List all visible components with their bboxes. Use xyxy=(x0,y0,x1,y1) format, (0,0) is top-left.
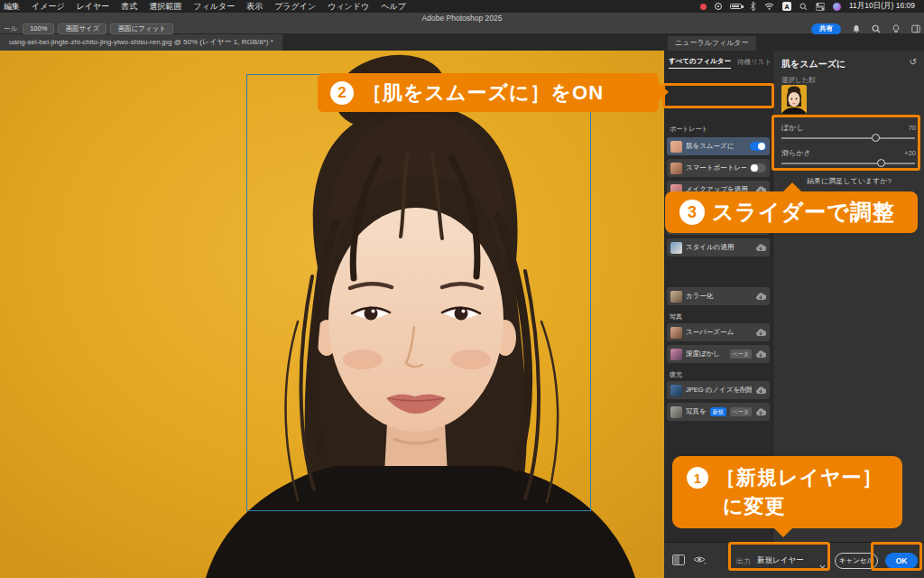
section-restoration: 復元 xyxy=(670,370,682,379)
ok-button[interactable]: OK xyxy=(885,553,918,569)
reset-icon[interactable]: ↺ xyxy=(910,57,917,67)
menubar-clock[interactable]: 11月10日(月) 16:09 xyxy=(849,1,915,12)
callout-step3: 3 スライダーで調整 xyxy=(665,191,918,233)
filter-thumb xyxy=(670,141,682,153)
smart-portrait-toggle[interactable] xyxy=(750,163,766,172)
step2-text: ［肌をスムーズに］をON xyxy=(362,79,604,107)
preview-split-icon[interactable] xyxy=(672,555,685,565)
menu-type[interactable]: 書式 xyxy=(121,1,137,13)
smoothness-slider-label: 滑らかさ xyxy=(781,148,811,158)
options-bar: ール 100% 画面サイズ 画面にフィット 共有 xyxy=(0,23,924,34)
filter-thumb xyxy=(670,242,682,254)
smoothness-slider-knob[interactable] xyxy=(877,159,885,167)
cloud-download-icon[interactable] xyxy=(755,350,766,359)
lightbulb-icon[interactable] xyxy=(891,24,901,34)
menu-view[interactable]: 表示 xyxy=(246,1,263,13)
filter-item-style-transfer[interactable]: スタイルの適用 xyxy=(667,238,770,256)
filter-item-smooth-skin[interactable]: 肌をスムーズに xyxy=(667,137,770,155)
cloud-download-icon[interactable] xyxy=(755,329,766,337)
smooth-skin-toggle[interactable] xyxy=(750,142,766,151)
tab-strip: uang-sei-bei-jingte-zhi-chito-jing-yiwo-… xyxy=(0,34,924,51)
screen: 編集 イメージ レイヤー 書式 選択範囲 フィルター 表示 プラグイン ウィンド… xyxy=(0,0,924,578)
tab-waitlist[interactable]: 待機リスト xyxy=(737,58,772,69)
wifi-icon[interactable] xyxy=(764,3,774,10)
screen-size-button[interactable]: 画面サイズ xyxy=(58,23,106,34)
callout-arrow-up xyxy=(782,182,802,192)
bell-icon[interactable] xyxy=(851,24,861,34)
output-dropdown[interactable]: 新規レイヤー xyxy=(757,555,804,566)
menu-window[interactable]: ウィンドウ xyxy=(328,1,369,13)
document-tab[interactable]: uang-sei-bei-jingte-zhi-chito-jing-yiwo-… xyxy=(0,34,282,51)
cloud-download-icon[interactable] xyxy=(755,244,766,252)
photoshop-titlebar: Adobe Photoshop 2025 ール 100% 画面サイズ 画面にフィ… xyxy=(0,13,924,34)
bluetooth-icon[interactable] xyxy=(750,2,756,11)
filter-thumb xyxy=(670,406,682,418)
callout-step1: 1 ［新規レイヤー］ に変更 xyxy=(672,456,902,528)
detail-title: 肌をスムーズに xyxy=(781,58,845,70)
smoothness-slider-value: +20 xyxy=(904,149,916,157)
fit-screen-button[interactable]: 画面にフィット xyxy=(110,23,172,34)
app-title: Adobe Photoshop 2025 xyxy=(0,14,924,23)
zoom-100-button[interactable]: 100% xyxy=(23,23,54,34)
tab-all-filters[interactable]: すべてのフィルター xyxy=(669,57,731,69)
screen-mirror-icon[interactable] xyxy=(715,3,722,10)
search-icon[interactable] xyxy=(871,24,881,34)
callout-step2: 2 ［肌をスムーズに］をON xyxy=(318,73,659,112)
step1-text-line1: ［新規レイヤー］ xyxy=(716,464,883,491)
cancel-button[interactable]: キャンセル xyxy=(835,553,878,569)
control-center-icon[interactable] xyxy=(816,3,825,11)
step3-number: 3 xyxy=(679,200,705,225)
input-method-icon[interactable]: A xyxy=(782,2,791,11)
menu-image[interactable]: イメージ xyxy=(32,1,65,13)
step3-text: スライダーで調整 xyxy=(712,198,895,227)
filter-thumb xyxy=(670,349,682,360)
cloud-download-icon[interactable] xyxy=(755,387,766,395)
neural-filters-panel-tab[interactable]: ニューラルフィルター xyxy=(668,36,756,51)
selected-face-thumbnail[interactable] xyxy=(781,85,807,114)
filter-thumb xyxy=(670,385,682,396)
blur-slider-track[interactable] xyxy=(781,137,915,139)
cloud-download-icon[interactable] xyxy=(755,293,766,301)
menu-plugins[interactable]: プラグイン xyxy=(274,1,316,13)
callout-arrow-right xyxy=(659,83,669,101)
document-canvas[interactable] xyxy=(0,51,664,578)
filter-item-colorize[interactable]: カラー化 xyxy=(667,287,770,305)
blur-slider-label: ぼかし xyxy=(781,123,804,133)
menu-edit[interactable]: 編集 xyxy=(4,1,20,13)
filter-thumb xyxy=(670,291,682,303)
smoothness-slider-track[interactable] xyxy=(781,163,915,164)
record-icon[interactable] xyxy=(700,4,707,10)
filter-item-depth-blur[interactable]: 深度ぼかし ベータ xyxy=(667,345,770,363)
menu-help[interactable]: ヘルプ xyxy=(381,1,406,13)
share-button[interactable]: 共有 xyxy=(811,23,841,35)
chevron-down-icon[interactable] xyxy=(819,557,826,564)
filter-item-photo-restoration[interactable]: 写真を復元 新規 ベータ xyxy=(667,403,770,421)
selected-face-label: 選択した顔 xyxy=(781,76,816,85)
panel-footer: 出力 新規レイヤー キャンセル OK xyxy=(664,542,924,578)
menu-layer[interactable]: レイヤー xyxy=(77,1,110,13)
cloud-download-icon[interactable] xyxy=(755,408,766,416)
workspace-icon[interactable] xyxy=(910,24,920,34)
callout-arrow-down xyxy=(773,527,793,537)
blur-slider-knob[interactable] xyxy=(872,134,880,142)
tool-label-fragment: ール xyxy=(4,24,17,33)
filter-item-jpeg-artifacts[interactable]: JPEG のノイズを削除 xyxy=(667,381,770,399)
spotlight-icon[interactable] xyxy=(799,3,808,11)
step1-text-line2: に変更 xyxy=(723,495,786,517)
filter-tabs: すべてのフィルター 待機リスト … xyxy=(669,57,772,69)
step1-number: 1 xyxy=(687,467,708,489)
filter-thumb xyxy=(670,327,682,339)
section-photography: 写真 xyxy=(670,312,682,322)
section-portrait: ポートレート xyxy=(670,125,708,134)
filter-thumb xyxy=(670,163,682,174)
menu-filter[interactable]: フィルター xyxy=(193,1,235,13)
siri-icon[interactable] xyxy=(833,3,841,11)
battery-icon[interactable] xyxy=(730,4,742,9)
blur-slider-value: 70 xyxy=(909,124,916,132)
filter-item-super-zoom[interactable]: スーパーズーム xyxy=(667,323,770,341)
preview-eye-icon[interactable] xyxy=(693,555,707,564)
status-icons: A 11月10日(月) 16:09 xyxy=(700,1,915,12)
macos-menubar: 編集 イメージ レイヤー 書式 選択範囲 フィルター 表示 プラグイン ウィンド… xyxy=(0,0,924,13)
filter-item-smart-portrait[interactable]: スマートポートレート xyxy=(667,159,770,177)
menu-select[interactable]: 選択範囲 xyxy=(149,1,181,13)
